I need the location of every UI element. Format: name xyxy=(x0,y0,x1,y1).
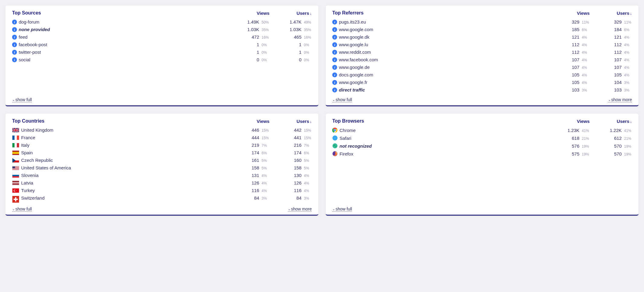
chevron-down-icon: ⌄ xyxy=(608,98,611,102)
views-value: 576 xyxy=(572,143,579,149)
chrome-icon xyxy=(332,127,338,133)
table-row[interactable]: Switzerland 84 3% 84 3% xyxy=(12,194,312,202)
users-percent: 15% xyxy=(304,136,312,140)
views-column-header[interactable]: Views xyxy=(227,119,269,124)
users-value: 0 xyxy=(299,57,301,62)
views-value: 107 xyxy=(572,57,579,62)
users-value: 107 xyxy=(614,57,622,62)
table-row[interactable]: Spain 174 6% 174 6% xyxy=(12,149,312,156)
table-row[interactable]: i direct traffic 103 3% 103 3% xyxy=(332,86,632,94)
views-percent: 50% xyxy=(262,20,269,24)
table-row[interactable]: Safari 618 21% 612 21% xyxy=(332,134,632,142)
svg-rect-2 xyxy=(14,136,17,140)
users-percent: 5% xyxy=(304,159,312,163)
show-full-link[interactable]: ⌄show full xyxy=(332,97,352,102)
table-row[interactable]: i facebook-post 1 0% 1 0% xyxy=(12,41,312,48)
views-percent: 16% xyxy=(262,35,269,40)
users-percent: 7% xyxy=(304,143,312,148)
table-row[interactable]: i www.google.lu 112 4% 112 4% xyxy=(332,41,632,48)
show-more-link[interactable]: ⌄show more xyxy=(288,207,312,212)
views-value: 575 xyxy=(572,151,579,156)
safari-icon xyxy=(332,135,338,141)
views-value: 618 xyxy=(572,136,579,141)
views-column-header[interactable]: Views xyxy=(547,11,590,16)
users-percent: 4% xyxy=(304,181,312,185)
users-value: 112 xyxy=(614,50,622,55)
users-percent: 16% xyxy=(304,35,312,40)
table-row[interactable]: i www.google.fr 105 4% 104 3% xyxy=(332,79,632,86)
table-row[interactable]: United States of America 158 5% 158 5% xyxy=(12,164,312,172)
table-row[interactable]: Slovenia 131 4% 130 4% xyxy=(12,172,312,179)
users-value: 465 xyxy=(294,34,301,40)
users-value: 103 xyxy=(614,87,622,92)
table-row[interactable]: not recognized 576 19% 570 19% xyxy=(332,142,632,150)
table-row[interactable]: i none provided 1.03K 35% 1.03K 35% xyxy=(12,26,312,33)
table-row[interactable]: i docs.google.com 105 4% 105 4% xyxy=(332,71,632,79)
info-icon: i xyxy=(332,57,337,62)
views-value: 472 xyxy=(252,34,259,40)
users-percent: 3% xyxy=(624,81,632,85)
show-full-link[interactable]: ⌄show full xyxy=(12,207,32,212)
views-value: 105 xyxy=(572,72,579,77)
svg-rect-15 xyxy=(12,168,19,168)
table-row[interactable]: i www.facebook.com 107 4% 107 4% xyxy=(332,56,632,63)
show-full-link[interactable]: ⌄show full xyxy=(12,97,32,102)
users-percent: 49% xyxy=(304,20,312,24)
views-value: 219 xyxy=(252,143,259,148)
table-row[interactable]: i www.google.de 107 4% 107 4% xyxy=(332,63,632,71)
row-label: www.google.fr xyxy=(339,80,367,85)
table-row[interactable]: i www.reddit.com 112 4% 112 4% xyxy=(332,48,632,56)
table-row[interactable]: Firefox 575 19% 570 19% xyxy=(332,150,632,158)
row-label: Firefox xyxy=(340,151,353,156)
table-row[interactable]: Italy 219 7% 216 7% xyxy=(12,141,312,149)
sort-descending-icon: ↓ xyxy=(310,11,312,16)
svg-rect-17 xyxy=(12,169,19,170)
table-row[interactable]: i twitter-post 1 0% 1 0% xyxy=(12,48,312,56)
svg-rect-18 xyxy=(12,166,15,168)
users-column-header[interactable]: Users↓ xyxy=(590,11,632,16)
sort-descending-icon: ↓ xyxy=(630,119,632,124)
info-icon: i xyxy=(12,35,17,40)
table-row[interactable]: Latvia 126 4% 126 4% xyxy=(12,179,312,187)
table-row[interactable]: United Kingdom 446 15% 442 15% xyxy=(12,126,312,134)
table-row[interactable]: i social 0 0% 0 0% xyxy=(12,56,312,63)
views-column-header[interactable]: Views xyxy=(227,11,269,16)
table-row[interactable]: i pugs.its23.eu 329 11% 329 11% xyxy=(332,18,632,26)
users-value: 121 xyxy=(614,34,622,40)
views-value: 444 xyxy=(252,135,259,140)
table-row[interactable]: Czech Republic 161 5% 160 5% xyxy=(12,156,312,164)
sort-descending-icon: ↓ xyxy=(310,119,312,124)
row-label: Slovenia xyxy=(21,173,39,178)
users-column-header[interactable]: Users↓ xyxy=(590,119,632,124)
users-value: 112 xyxy=(614,42,622,47)
chevron-down-icon: ⌄ xyxy=(12,207,15,211)
views-value: 112 xyxy=(572,50,579,55)
chevron-down-icon: ⌄ xyxy=(12,98,15,102)
table-row[interactable]: Chrome 1.23K 41% 1.22K 41% xyxy=(332,126,632,134)
views-value: 446 xyxy=(252,127,259,133)
users-column-header[interactable]: Users↓ xyxy=(269,11,312,16)
firefox-icon xyxy=(332,151,338,156)
info-icon: i xyxy=(332,72,337,77)
row-label: facebook-post xyxy=(19,42,47,47)
table-row[interactable]: i feed 472 16% 465 16% xyxy=(12,33,312,41)
svg-rect-30 xyxy=(14,198,18,200)
views-percent: 4% xyxy=(262,174,269,178)
flag-si-icon xyxy=(12,173,19,178)
views-column-header[interactable]: Views xyxy=(547,119,590,124)
table-row[interactable]: France 444 15% 441 15% xyxy=(12,134,312,141)
table-row[interactable]: Turkey 116 4% 116 4% xyxy=(12,187,312,194)
top-browsers-card: Top Browsers Views Users↓ Chrome 1.23K 4… xyxy=(326,114,639,216)
users-value: 158 xyxy=(294,165,301,170)
users-column-header[interactable]: Users↓ xyxy=(269,119,312,124)
table-row[interactable]: i dog-forum 1.49K 50% 1.47K 49% xyxy=(12,18,312,26)
svg-rect-4 xyxy=(12,143,14,148)
show-more-link[interactable]: ⌄show more xyxy=(608,97,632,102)
users-percent: 41% xyxy=(624,129,632,133)
views-value: 121 xyxy=(572,34,579,40)
show-full-link[interactable]: ⌄show full xyxy=(332,207,352,212)
table-row[interactable]: i www.google.com 185 6% 184 6% xyxy=(332,26,632,33)
table-row[interactable]: i www.google.dk 121 4% 121 4% xyxy=(332,33,632,41)
svg-rect-19 xyxy=(12,173,19,175)
users-value: 104 xyxy=(614,80,622,85)
